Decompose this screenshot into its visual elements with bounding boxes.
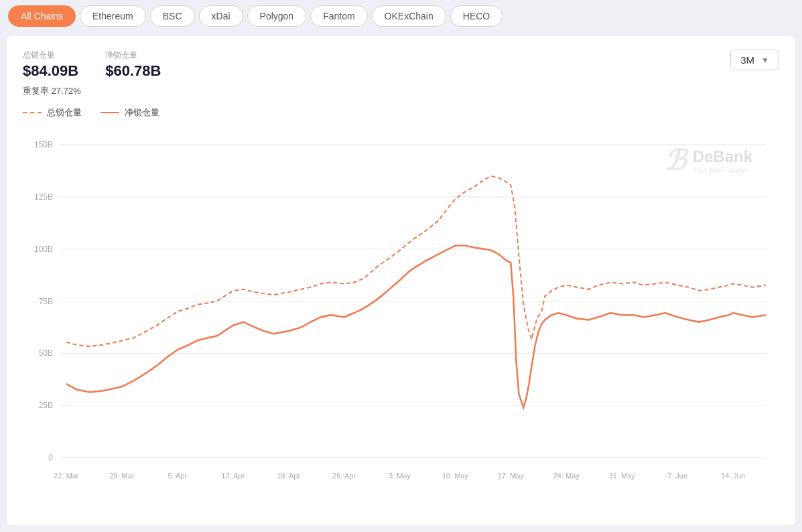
legend-solid-label: 净锁仓量	[125, 107, 159, 119]
legend-solid: 净锁仓量	[101, 107, 159, 119]
tab-fantom[interactable]: Fantom	[310, 5, 367, 27]
svg-text:5. Apr: 5. Apr	[168, 472, 187, 480]
svg-text:29. Mar: 29. Mar	[109, 472, 134, 480]
total-locked-value: $84.09B	[23, 62, 78, 80]
debank-sub: Your DeFi Wallet	[693, 166, 752, 174]
stats-row: 总锁仓量 $84.09B 净锁仓量 $60.78B	[23, 50, 779, 80]
svg-text:100B: 100B	[34, 245, 53, 254]
main-panel: 总锁仓量 $84.09B 净锁仓量 $60.78B 重复率 27.72% 3M …	[7, 36, 795, 525]
svg-text:10. May: 10. May	[442, 472, 468, 480]
svg-text:19. Apr: 19. Apr	[277, 472, 300, 480]
time-selector[interactable]: 3M ▼	[730, 50, 779, 70]
svg-text:22. Mar: 22. Mar	[54, 472, 78, 480]
debank-watermark: ℬ DeBank Your DeFi Wallet	[664, 144, 752, 177]
tab-heco[interactable]: HECO	[450, 5, 503, 27]
chart-legend: 总锁仓量 净锁仓量	[23, 107, 779, 119]
net-locked-block: 净锁仓量 $60.78B	[105, 50, 161, 80]
tab-xdai[interactable]: xDai	[199, 5, 243, 27]
tab-polygon[interactable]: Polygon	[247, 5, 307, 27]
total-locked-block: 总锁仓量 $84.09B	[23, 50, 78, 80]
debank-name: DeBank	[693, 147, 752, 166]
net-locked-value: $60.78B	[105, 62, 161, 80]
chart-svg: 150B 125B 100B 75B 50B 25B 0 22. Mar 29.…	[23, 124, 779, 499]
svg-text:75B: 75B	[39, 296, 53, 306]
svg-text:31. May: 31. May	[609, 472, 635, 480]
net-locked-label: 净锁仓量	[105, 50, 161, 61]
tab-ethereum[interactable]: Ethereum	[80, 5, 146, 27]
svg-text:150B: 150B	[34, 140, 53, 149]
svg-text:26. Apr: 26. Apr	[332, 472, 356, 480]
legend-dashed: 总锁仓量	[23, 107, 82, 119]
tab-okexchain[interactable]: OKExChain	[372, 5, 446, 27]
total-locked-label: 总锁仓量	[23, 50, 78, 61]
tab-bsc[interactable]: BSC	[150, 5, 195, 27]
debank-logo-icon: ℬ	[664, 144, 686, 177]
svg-text:25B: 25B	[39, 401, 53, 410]
solid-line-icon	[101, 112, 119, 113]
time-value: 3M	[740, 54, 754, 66]
svg-text:125B: 125B	[34, 192, 53, 202]
svg-text:0: 0	[48, 453, 53, 462]
svg-text:50B: 50B	[39, 348, 53, 358]
tvl-chart: ℬ DeBank Your DeFi Wallet 150B 125B 100B…	[23, 124, 779, 499]
svg-text:3. May: 3. May	[389, 472, 411, 480]
svg-text:12. Apr: 12. Apr	[221, 472, 245, 480]
tab-all-chains[interactable]: All Chains	[8, 5, 76, 27]
chevron-down-icon: ▼	[761, 56, 769, 65]
debank-text: DeBank Your DeFi Wallet	[693, 147, 752, 174]
svg-text:14. Jun: 14. Jun	[721, 472, 745, 480]
svg-text:17. May: 17. May	[498, 472, 524, 480]
overlap-rate: 重复率 27.72%	[23, 85, 779, 97]
legend-dashed-label: 总锁仓量	[47, 107, 82, 119]
svg-text:7. Jun: 7. Jun	[667, 472, 687, 480]
svg-text:24. May: 24. May	[553, 472, 580, 480]
chain-nav: All Chains Ethereum BSC xDai Polygon Fan…	[0, 0, 802, 32]
dashed-line-icon	[23, 112, 42, 113]
